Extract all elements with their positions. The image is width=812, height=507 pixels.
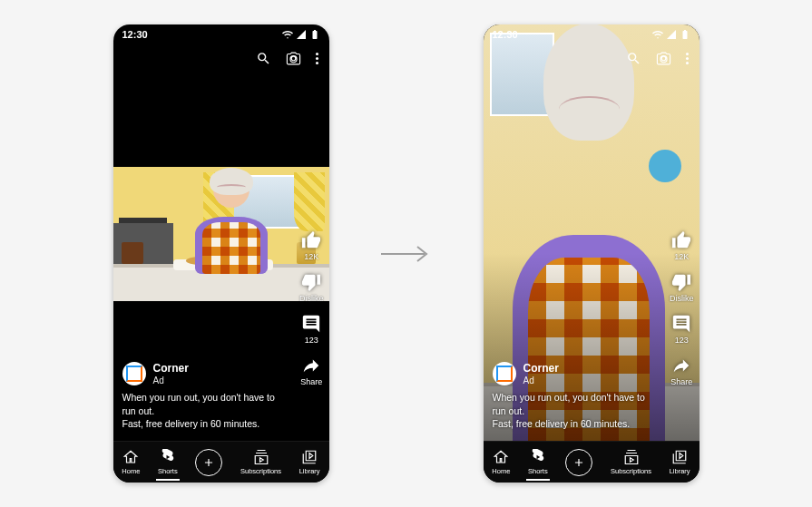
subscriptions-icon (253, 449, 269, 465)
share-button[interactable]: Share (670, 356, 692, 386)
status-time: 12:30 (493, 29, 518, 40)
bottom-nav: Home Shorts Subscriptions Library (113, 441, 329, 483)
nav-home[interactable]: Home (122, 449, 140, 475)
nav-shorts[interactable]: Shorts (528, 449, 548, 475)
ad-metadata: Corner Ad When you run out, you don't ha… (493, 362, 654, 430)
like-count: 12K (674, 252, 689, 261)
video-area[interactable]: 12:30 12K Dislike (484, 24, 699, 441)
camera-icon[interactable] (656, 51, 671, 66)
shorts-icon (160, 449, 176, 465)
nav-label: Subscriptions (611, 467, 651, 475)
ad-label: Ad (153, 375, 189, 385)
video-thumbnail (113, 167, 329, 301)
dislike-button[interactable]: Dislike (299, 272, 324, 303)
signal-icon (296, 29, 307, 40)
video-area[interactable]: 12K Dislike 123 Share (113, 72, 329, 441)
dislike-label: Dislike (670, 294, 694, 303)
share-label: Share (670, 377, 692, 386)
comments-count: 123 (675, 336, 689, 345)
status-icons (652, 29, 690, 40)
action-rail: 12K Dislike 123 Share (299, 230, 324, 386)
phone-before: 12:30 (113, 24, 329, 483)
nav-label: Home (122, 467, 140, 475)
caption-line: Fast, free delivery in 60 minutes. (122, 417, 284, 430)
phone-after: 12:30 12K Dislike (484, 24, 699, 483)
nav-shorts[interactable]: Shorts (158, 449, 178, 475)
plus-icon (202, 456, 215, 469)
share-icon (671, 356, 691, 375)
action-rail: 12K Dislike 123 Share (670, 230, 694, 386)
nav-label: Library (299, 467, 320, 475)
status-time: 12:30 (122, 29, 148, 40)
caption-line: Fast, free delivery in 60 minutes. (493, 417, 654, 430)
share-icon (301, 356, 321, 375)
more-icon[interactable] (316, 53, 318, 64)
wifi-icon (282, 29, 293, 40)
thumbs-up-icon (301, 230, 321, 250)
status-bar: 12:30 (484, 24, 699, 44)
more-icon[interactable] (686, 53, 689, 64)
nav-create[interactable] (195, 449, 222, 476)
caption-line: When you run out, you don't have to run … (122, 391, 284, 416)
search-icon[interactable] (626, 51, 641, 66)
nav-label: Home (492, 467, 510, 475)
comment-icon (671, 314, 691, 334)
ad-label: Ad (523, 375, 559, 385)
nav-label: Subscriptions (240, 467, 281, 475)
comments-button[interactable]: 123 (301, 314, 321, 345)
like-button[interactable]: 12K (301, 230, 321, 261)
arrow-right-icon (379, 243, 434, 265)
signal-icon (666, 29, 677, 40)
nav-label: Shorts (158, 467, 178, 475)
advertiser-avatar[interactable] (122, 362, 146, 385)
wifi-icon (652, 29, 663, 40)
comparison-stage: 12:30 (0, 0, 812, 507)
share-button[interactable]: Share (300, 356, 322, 386)
top-app-bar (484, 44, 699, 72)
advertiser-name[interactable]: Corner (153, 363, 189, 375)
caption-line: When you run out, you don't have to run … (493, 391, 654, 416)
nav-create[interactable] (565, 449, 592, 476)
ad-caption: When you run out, you don't have to run … (493, 391, 654, 430)
nav-subscriptions[interactable]: Subscriptions (611, 449, 651, 475)
nav-library[interactable]: Library (299, 449, 320, 475)
thumbs-up-icon (671, 230, 691, 250)
like-count: 12K (304, 252, 318, 261)
battery-icon (680, 29, 690, 40)
like-button[interactable]: 12K (671, 230, 691, 261)
library-icon (671, 449, 688, 465)
status-icons (282, 29, 320, 40)
dislike-button[interactable]: Dislike (670, 272, 694, 303)
share-label: Share (300, 377, 322, 386)
nav-label: Library (670, 467, 690, 475)
advertiser-avatar[interactable] (493, 362, 516, 385)
nav-subscriptions[interactable]: Subscriptions (240, 449, 281, 475)
battery-icon (309, 29, 320, 40)
comments-count: 123 (305, 336, 318, 345)
shorts-icon (530, 449, 546, 465)
library-icon (301, 449, 318, 465)
home-icon (122, 449, 139, 465)
plus-icon (572, 456, 585, 469)
nav-label: Shorts (528, 467, 548, 475)
camera-icon[interactable] (286, 51, 301, 66)
subscriptions-icon (623, 449, 640, 465)
ad-metadata: Corner Ad When you run out, you don't ha… (122, 362, 284, 430)
comments-button[interactable]: 123 (671, 314, 691, 345)
bottom-nav: Home Shorts Subscriptions Library (484, 441, 699, 483)
advertiser-name[interactable]: Corner (523, 363, 559, 375)
search-icon[interactable] (256, 51, 271, 66)
thumbs-down-icon (671, 272, 691, 292)
transition-arrow (379, 243, 434, 265)
comment-icon (301, 314, 321, 334)
nav-home[interactable]: Home (492, 449, 510, 475)
home-icon (493, 449, 509, 465)
dislike-label: Dislike (299, 294, 324, 303)
top-app-bar (113, 44, 329, 72)
nav-library[interactable]: Library (670, 449, 690, 475)
ad-caption: When you run out, you don't have to run … (122, 391, 284, 430)
thumbs-down-icon (301, 272, 321, 292)
status-bar: 12:30 (113, 24, 329, 44)
letterboxed-video (113, 167, 329, 301)
